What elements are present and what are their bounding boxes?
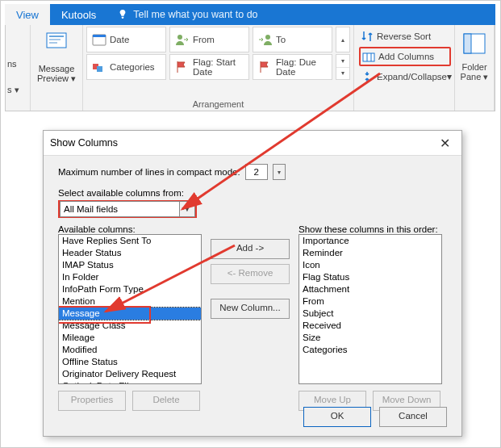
calendar-icon [92,33,106,46]
ribbon-tabs: View Kutools Tell me what you want to do [5,4,495,25]
list-item[interactable]: Icon [299,259,441,271]
available-columns-label: Available columns: [58,224,202,234]
folder-pane-label2: Pane [461,72,482,82]
reverse-sort-label: Reverse Sort [377,31,431,41]
list-item[interactable]: Mention [59,295,201,308]
dialog-title-text: Show Columns [50,137,118,149]
arrange-date-label: Date [110,35,129,44]
tell-me-search[interactable]: Tell me what you want to do [107,4,267,25]
message-preview-button[interactable]: Message Preview ▾ [31,25,83,111]
list-item[interactable]: Message Class [59,320,201,332]
available-columns-list[interactable]: Have Replies Sent ToHeader StatusIMAP St… [58,234,202,384]
reverse-sort[interactable]: Reverse Sort [359,28,451,44]
tab-kutools[interactable]: Kutools [50,4,107,25]
remove-button[interactable]: <- Remove [211,264,290,284]
list-item[interactable]: IMAP Status [59,259,201,271]
message-preview-label2: Preview [37,73,69,83]
chevron-down-icon[interactable]: ▼ [180,201,195,217]
close-icon[interactable]: ✕ [434,136,455,151]
list-item[interactable]: Subject [299,308,441,320]
list-item[interactable]: From [299,295,441,308]
list-item[interactable]: In Folder [59,271,201,283]
person-from-icon [175,33,190,46]
list-item[interactable]: Header Status [59,247,201,259]
person-to-icon [258,33,273,46]
arrange-scroll-down[interactable]: ▾▾ [336,54,350,80]
svg-rect-2 [49,39,61,40]
message-preview-icon [45,31,68,56]
source-label: Select available columns from: [58,188,447,198]
ribbon-group-sort: Reverse Sort Add Columns Expand/Collapse… [354,25,455,111]
ribbon-group-cut: ns s ▾ [6,25,31,111]
list-item[interactable]: Originator Delivery Request [59,368,201,380]
svg-rect-3 [49,42,57,44]
delete-button[interactable]: Delete [132,391,200,411]
add-columns-button[interactable]: Add Columns [359,47,451,66]
arrange-flag-due[interactable]: Flag: Due Date [253,54,332,80]
ok-button[interactable]: OK [303,407,371,427]
svg-rect-10 [363,53,374,61]
svg-rect-5 [93,35,106,37]
arrange-flag-due-label: Flag: Due Date [276,57,327,77]
cancel-button[interactable]: Cancel [379,407,447,427]
svg-rect-1 [49,36,64,37]
compact-lines-label: Maximum number of lines in compact mode: [58,167,240,177]
arrange-flag-start[interactable]: Flag: Start Date [169,54,249,80]
svg-rect-9 [97,66,102,72]
folder-pane-label: Folder [461,62,486,72]
compact-lines-input[interactable]: 2 [245,164,268,180]
order-columns-label: Show these columns in this order: [299,224,442,234]
flag-icon [175,61,190,73]
lightbulb-icon [117,9,128,20]
folder-pane-button[interactable]: Folder Pane ▾ [455,25,495,111]
list-item[interactable]: Message [59,308,201,320]
order-columns-list[interactable]: ImportanceReminderIconFlag StatusAttachm… [299,234,442,384]
list-item[interactable]: Offline Status [59,356,201,368]
list-item[interactable]: Modified [59,344,201,356]
list-item[interactable]: Categories [299,344,441,356]
list-item[interactable]: Outlook Data File [59,380,201,384]
source-select[interactable]: All Mail fields [60,201,180,217]
list-item[interactable]: Flag Status [299,271,441,283]
list-item[interactable]: Attachment [299,283,441,295]
folder-pane-icon [463,33,486,57]
tab-view[interactable]: View [5,4,50,25]
list-item[interactable]: Reminder [299,247,441,259]
svg-rect-14 [464,34,471,53]
compact-lines-stepper[interactable]: ▾ [273,164,286,180]
arrange-categories-label: Categories [110,62,155,72]
arrangement-group-label: Arrangement [83,99,353,109]
new-column-button[interactable]: New Column... [211,299,290,319]
arrange-from[interactable]: From [169,27,249,52]
list-item[interactable]: Have Replies Sent To [59,235,201,247]
expand-collapse[interactable]: Expand/Collapse ▾ [359,69,451,85]
svg-point-7 [265,35,270,40]
list-item[interactable]: Received [299,320,441,332]
add-columns-label: Add Columns [378,52,434,61]
arrange-from-label: From [193,35,215,44]
flag-icon [258,61,273,73]
expand-collapse-icon [361,71,374,82]
svg-point-6 [177,35,182,40]
ribbon-body: ns s ▾ Message Preview ▾ Date [5,25,495,111]
properties-button[interactable]: Properties [58,391,126,411]
arrange-date[interactable]: Date [86,27,166,52]
add-button[interactable]: Add -> [211,239,290,259]
list-item[interactable]: Importance [299,235,441,247]
list-item[interactable]: InfoPath Form Type [59,283,201,295]
list-item[interactable]: Mileage [59,332,201,344]
ribbon-group-arrangement: Date From To ▴ Categories [83,25,354,111]
tell-me-label: Tell me what you want to do [133,9,257,20]
categories-icon [92,61,106,73]
expand-collapse-label: Expand/Collapse [377,72,447,82]
message-preview-label: Message [39,64,75,73]
dialog-titlebar[interactable]: Show Columns ✕ [44,131,461,156]
list-item[interactable]: Size [299,332,441,344]
arrange-categories[interactable]: Categories [86,54,166,80]
show-columns-dialog: Show Columns ✕ Maximum number of lines i… [43,130,462,437]
arrange-to[interactable]: To [253,27,332,52]
arrange-to-label: To [276,35,286,44]
reverse-sort-icon [361,31,374,42]
add-columns-icon [362,51,375,62]
arrange-scroll[interactable]: ▴ [336,27,350,52]
